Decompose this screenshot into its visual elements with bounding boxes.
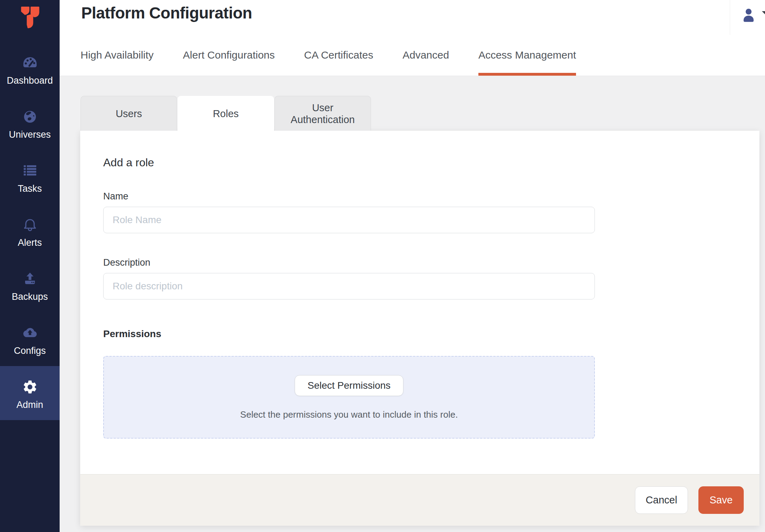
sidebar-item-universes[interactable]: Universes xyxy=(0,96,60,150)
sidebar-item-backups[interactable]: Backups xyxy=(0,258,60,312)
sidebar-item-tasks[interactable]: Tasks xyxy=(0,150,60,204)
form-footer: Cancel Save xyxy=(80,474,759,526)
permissions-dropzone: Select Permissions Select the permission… xyxy=(103,356,595,439)
add-role-form: Add a role Name Description Permissions … xyxy=(80,131,759,474)
backup-upload-icon xyxy=(22,271,38,287)
role-description-input[interactable] xyxy=(103,273,595,299)
tab-access-management[interactable]: Access Management xyxy=(478,49,576,76)
page-header: Platform Configuration High Availability… xyxy=(60,0,765,76)
yugabyte-logo[interactable] xyxy=(0,5,60,32)
sidebar-item-configs[interactable]: Configs xyxy=(0,312,60,366)
subtab-users[interactable]: Users xyxy=(81,96,177,131)
globe-icon xyxy=(22,108,38,125)
user-icon xyxy=(741,18,757,24)
role-name-input[interactable] xyxy=(103,207,595,233)
sidebar-item-alerts[interactable]: Alerts xyxy=(0,204,60,258)
sidebar-item-dashboard[interactable]: Dashboard xyxy=(0,42,60,96)
gear-icon xyxy=(22,379,38,395)
subtab-user-authentication[interactable]: User Authentication xyxy=(274,96,371,131)
permissions-helper-text: Select the permissions you want to inclu… xyxy=(240,409,458,420)
header-divider xyxy=(730,0,730,35)
cloud-upload-icon xyxy=(22,325,38,341)
cancel-button[interactable]: Cancel xyxy=(635,486,688,514)
sidebar-item-label: Alerts xyxy=(18,237,42,248)
page-title: Platform Configuration xyxy=(81,3,252,22)
sidebar-item-label: Admin xyxy=(16,400,43,410)
sidebar-item-label: Backups xyxy=(12,291,48,302)
select-permissions-button[interactable]: Select Permissions xyxy=(295,375,403,396)
task-list-icon xyxy=(22,162,38,179)
sidebar: Dashboard Universes xyxy=(0,0,60,532)
configuration-tabs: High Availability Alert Configurations C… xyxy=(81,49,576,76)
user-menu-button[interactable] xyxy=(741,7,757,23)
chevron-down-icon[interactable] xyxy=(762,11,765,17)
yugabyte-logo-icon xyxy=(18,5,41,32)
sidebar-item-label: Tasks xyxy=(18,183,42,194)
tab-advanced[interactable]: Advanced xyxy=(402,49,449,76)
sidebar-nav: Dashboard Universes xyxy=(0,42,60,420)
save-button[interactable]: Save xyxy=(698,486,744,514)
subtab-roles[interactable]: Roles xyxy=(177,96,274,131)
sidebar-item-admin[interactable]: Admin xyxy=(0,366,60,420)
tab-alert-configurations[interactable]: Alert Configurations xyxy=(183,49,275,76)
dashboard-gauge-icon xyxy=(22,54,38,71)
tab-high-availability[interactable]: High Availability xyxy=(81,49,154,76)
permissions-heading: Permissions xyxy=(103,328,759,340)
content-area: Users Roles User Authentication Add a ro… xyxy=(60,76,765,532)
description-label: Description xyxy=(103,257,759,268)
sidebar-item-label: Dashboard xyxy=(7,75,53,86)
name-label: Name xyxy=(103,191,759,202)
app-window: Dashboard Universes xyxy=(0,0,765,532)
access-management-subtabs: Users Roles User Authentication xyxy=(81,96,371,131)
bell-icon xyxy=(22,216,38,233)
add-role-panel: Add a role Name Description Permissions … xyxy=(80,131,759,526)
sidebar-item-label: Configs xyxy=(14,345,46,356)
main-area: Platform Configuration High Availability… xyxy=(60,0,765,532)
form-heading: Add a role xyxy=(103,156,759,169)
sidebar-item-label: Universes xyxy=(9,129,51,140)
tab-ca-certificates[interactable]: CA Certificates xyxy=(304,49,373,76)
